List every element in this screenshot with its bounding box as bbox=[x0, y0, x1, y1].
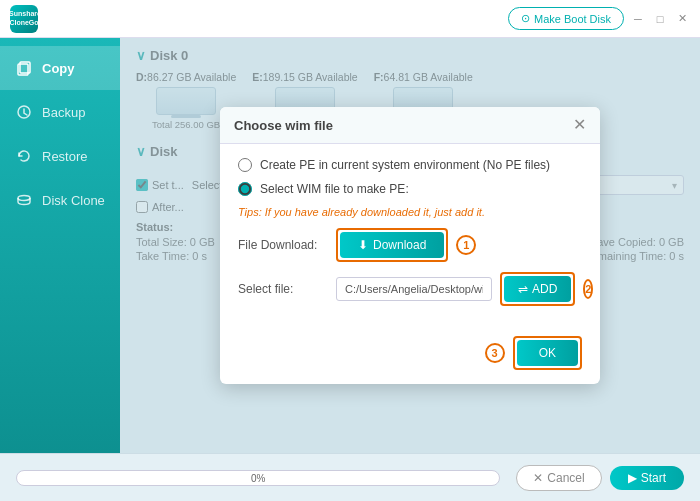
modal-body: Create PE in current system environment … bbox=[220, 144, 600, 330]
svg-point-3 bbox=[18, 196, 30, 201]
sidebar-item-copy[interactable]: Copy bbox=[0, 46, 120, 90]
badge1: 1 bbox=[456, 235, 476, 255]
app-logo: iSunshare CloneGo bbox=[10, 5, 38, 33]
option1-label: Create PE in current system environment … bbox=[260, 158, 550, 172]
sidebar-backup-label: Backup bbox=[42, 105, 85, 120]
badge3: 3 bbox=[485, 343, 505, 363]
main-layout: Copy Backup Restore bbox=[0, 38, 700, 453]
modal-tip: Tips: If you have already downloaded it,… bbox=[238, 206, 582, 218]
modal-title: Choose wim file bbox=[234, 118, 333, 133]
download-btn-container: ⬇ Download bbox=[336, 228, 448, 262]
add-btn-label: ADD bbox=[532, 282, 557, 296]
content-area: ∨ Disk 0 D:86.27 GB Available Total 256.… bbox=[120, 38, 700, 453]
add-btn-container: ⇌ ADD bbox=[500, 272, 575, 306]
sidebar-restore-label: Restore bbox=[42, 149, 88, 164]
wim-file-modal: Choose wim file ✕ Create PE in current s… bbox=[220, 107, 600, 384]
file-path-input[interactable] bbox=[336, 277, 492, 301]
download-icon: ⬇ bbox=[358, 238, 368, 252]
file-download-row: File Download: ⬇ Download 1 bbox=[238, 228, 582, 262]
file-download-label: File Download: bbox=[238, 238, 328, 252]
progress-text: 0% bbox=[251, 472, 265, 483]
add-icon: ⇌ bbox=[518, 282, 528, 296]
download-btn-label: Download bbox=[373, 238, 426, 252]
maximize-button[interactable]: □ bbox=[652, 11, 668, 27]
sidebar-item-restore[interactable]: Restore bbox=[0, 134, 120, 178]
bottom-bar: 0% ✕ Cancel ▶ Start bbox=[0, 453, 700, 501]
make-boot-label: Make Boot Disk bbox=[534, 13, 611, 25]
option2-label: Select WIM file to make PE: bbox=[260, 182, 409, 196]
cancel-icon: ✕ bbox=[533, 471, 543, 485]
disk-clone-icon bbox=[14, 190, 34, 210]
download-button[interactable]: ⬇ Download bbox=[340, 232, 444, 258]
modal-footer: 3 OK bbox=[220, 330, 600, 384]
start-icon: ▶ bbox=[628, 471, 637, 485]
option2-radio[interactable] bbox=[238, 182, 252, 196]
sidebar: Copy Backup Restore bbox=[0, 38, 120, 453]
option1-radio[interactable] bbox=[238, 158, 252, 172]
app-window: iSunshare CloneGo ⊙ Make Boot Disk ─ □ ✕ bbox=[0, 0, 700, 501]
add-button[interactable]: ⇌ ADD bbox=[504, 276, 571, 302]
minimize-button[interactable]: ─ bbox=[630, 11, 646, 27]
option1-row: Create PE in current system environment … bbox=[238, 158, 582, 172]
title-bar-left: iSunshare CloneGo bbox=[10, 5, 38, 33]
close-button[interactable]: ✕ bbox=[674, 11, 690, 27]
restore-icon bbox=[14, 146, 34, 166]
make-boot-button[interactable]: ⊙ Make Boot Disk bbox=[508, 7, 624, 30]
option2-row: Select WIM file to make PE: bbox=[238, 182, 582, 196]
logo-line2: CloneGo bbox=[9, 19, 38, 26]
modal-header: Choose wim file ✕ bbox=[220, 107, 600, 144]
logo-line1: iSunshare bbox=[7, 10, 41, 17]
progress-container: 0% bbox=[16, 470, 500, 486]
ok-row: 3 OK bbox=[485, 336, 582, 370]
progress-bar: 0% bbox=[16, 470, 500, 486]
sidebar-copy-label: Copy bbox=[42, 61, 75, 76]
modal-overlay: Choose wim file ✕ Create PE in current s… bbox=[120, 38, 700, 453]
cancel-button[interactable]: ✕ Cancel bbox=[516, 465, 601, 491]
modal-close-button[interactable]: ✕ bbox=[573, 117, 586, 133]
cancel-label: Cancel bbox=[547, 471, 584, 485]
start-button[interactable]: ▶ Start bbox=[610, 466, 684, 490]
sidebar-item-disk-clone[interactable]: Disk Clone bbox=[0, 178, 120, 222]
ok-button[interactable]: OK bbox=[517, 340, 578, 366]
select-file-row: Select file: ⇌ ADD 2 bbox=[238, 272, 582, 306]
badge2: 2 bbox=[583, 279, 593, 299]
copy-icon bbox=[14, 58, 34, 78]
start-label: Start bbox=[641, 471, 666, 485]
title-bar: iSunshare CloneGo ⊙ Make Boot Disk ─ □ ✕ bbox=[0, 0, 700, 38]
disk-icon: ⊙ bbox=[521, 12, 530, 25]
select-file-label: Select file: bbox=[238, 282, 328, 296]
title-bar-controls: ⊙ Make Boot Disk ─ □ ✕ bbox=[508, 7, 690, 30]
backup-icon bbox=[14, 102, 34, 122]
ok-btn-container: OK bbox=[513, 336, 582, 370]
sidebar-item-backup[interactable]: Backup bbox=[0, 90, 120, 134]
sidebar-disk-clone-label: Disk Clone bbox=[42, 193, 105, 208]
